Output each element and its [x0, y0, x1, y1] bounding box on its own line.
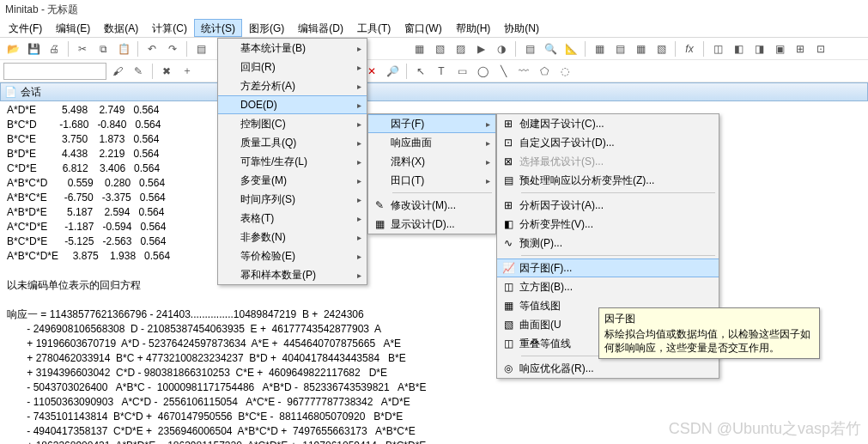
input-box[interactable] [3, 63, 106, 80]
plus-icon[interactable]: ＋ [178, 62, 197, 81]
btn-icon[interactable]: ▦ [590, 40, 609, 58]
text-icon[interactable]: T [432, 62, 451, 81]
predict-icon: ∿ [497, 237, 519, 249]
mi-basic-stats[interactable]: 基本统计量(B) [218, 39, 367, 58]
mi-taguchi[interactable]: 田口(T) [368, 171, 495, 190]
marker-icon[interactable]: ◌ [555, 62, 574, 81]
watermark: CSDN @Ubuntu之vasp若竹 [669, 418, 861, 439]
preprocess-icon: ▤ [497, 174, 519, 186]
mi-define-factorial[interactable]: ⊡自定义因子设计(D)... [497, 133, 719, 152]
save-icon[interactable]: 💾 [24, 40, 43, 58]
mi-control-charts[interactable]: 控制图(C) [218, 114, 367, 133]
mi-analyze-variability[interactable]: ◧分析变异性(V)... [497, 215, 719, 234]
print-icon[interactable]: 🖨 [45, 40, 64, 58]
redo-icon[interactable]: ↷ [163, 40, 182, 58]
menu-tools[interactable]: 工具(T) [350, 19, 398, 37]
polygon-icon[interactable]: ⬠ [535, 62, 554, 81]
open-icon[interactable]: 📂 [3, 40, 22, 58]
polyline-icon[interactable]: 〰 [514, 62, 533, 81]
undo-icon[interactable]: ↶ [143, 40, 161, 58]
mi-time-series[interactable]: 时间序列(S) [218, 190, 367, 209]
pointer-icon[interactable]: ↖ [411, 62, 430, 81]
brush-icon[interactable]: 🖌 [108, 62, 127, 81]
separator [68, 41, 69, 57]
mi-predict[interactable]: ∿预测(P)... [497, 234, 719, 252]
line-icon[interactable]: ╲ [494, 62, 513, 81]
copy-icon[interactable]: ⧉ [94, 40, 112, 58]
menu-window[interactable]: 窗口(W) [398, 19, 448, 37]
mi-cube-plot[interactable]: ◫立方图(B)... [497, 277, 719, 296]
menu-graph[interactable]: 图形(G) [242, 19, 291, 37]
zoom-icon[interactable]: 🔍 [541, 40, 560, 58]
tooltip: 因子图 标绘拟合均值或数据均值，以检验这些因子如何影响响应，这些变量是否交互作用… [598, 307, 820, 359]
mi-quality-tools[interactable]: 质量工具(Q) [218, 133, 367, 152]
menu-data[interactable]: 数据(A) [97, 19, 145, 37]
sheet-icon[interactable]: ▤ [520, 40, 539, 58]
separator [521, 192, 715, 193]
btn-icon[interactable]: ◫ [708, 40, 727, 58]
search-icon[interactable]: 🔎 [383, 62, 402, 81]
ellipse-icon[interactable]: ◯ [473, 62, 492, 81]
menu-assist[interactable]: 协助(N) [497, 19, 546, 37]
mi-response-surface[interactable]: 响应曲面 [368, 133, 495, 152]
menu-file[interactable]: 文件(F) [2, 19, 49, 37]
btn-icon[interactable]: ▣ [770, 40, 789, 58]
separator [392, 192, 492, 193]
btn-icon[interactable]: ⊡ [811, 40, 830, 58]
mi-response-optimizer[interactable]: ◎响应优化器(R)... [497, 359, 719, 378]
contour-icon: ▦ [497, 300, 519, 312]
worksheet-icon[interactable]: ▤ [191, 40, 210, 58]
menu-editor[interactable]: 编辑器(D) [291, 19, 350, 37]
menu-bar: 文件(F) 编辑(E) 数据(A) 计算(C) 统计(S) 图形(G) 编辑器(… [0, 19, 868, 38]
play-icon[interactable]: ▶ [471, 40, 490, 58]
btn-icon[interactable]: ▨ [451, 40, 470, 58]
ruler-icon[interactable]: 📐 [561, 40, 580, 58]
btn-icon[interactable]: ◨ [750, 40, 768, 58]
edit-icon[interactable]: ✎ [129, 62, 148, 81]
menu-edit[interactable]: 编辑(E) [49, 19, 97, 37]
mi-create-factorial[interactable]: ⊞创建因子设计(C)... [497, 114, 719, 133]
btn-icon[interactable]: ▦ [631, 40, 650, 58]
mi-analyze-factorial[interactable]: ⊞分析因子设计(A)... [497, 196, 719, 215]
mi-modify-design[interactable]: ✎修改设计(M)... [368, 196, 495, 215]
mi-multivariate[interactable]: 多变量(M) [218, 171, 367, 190]
mi-factorial[interactable]: 因子(F) [368, 114, 495, 133]
mi-nonparametric[interactable]: 非参数(N) [218, 228, 367, 246]
define-icon: ⊡ [497, 137, 519, 149]
variability-icon: ◧ [497, 218, 519, 230]
mi-tables[interactable]: 表格(T) [218, 209, 367, 228]
mi-preprocess-response[interactable]: ▤预处理响应以分析变异性(Z)... [497, 171, 719, 190]
btn-icon[interactable]: ▤ [610, 40, 629, 58]
cut-icon[interactable]: ✂ [73, 40, 92, 58]
separator [406, 64, 407, 79]
btn-icon[interactable]: ▧ [652, 40, 671, 58]
display-icon: ▦ [368, 218, 391, 230]
mi-equivalence[interactable]: 等价检验(E) [218, 246, 367, 265]
btn-icon[interactable]: ▦ [410, 40, 428, 58]
mi-factor-plots[interactable]: 📈因子图(F)... [497, 258, 719, 277]
mi-mixture[interactable]: 混料(X) [368, 152, 495, 171]
menu-stat[interactable]: 统计(S) [194, 19, 242, 37]
mi-regression[interactable]: 回归(R) [218, 58, 367, 76]
menu-help[interactable]: 帮助(H) [449, 19, 498, 37]
btn-icon[interactable]: ▧ [430, 40, 449, 58]
mi-doe[interactable]: DOE(D) [218, 95, 367, 114]
mi-power-sample[interactable]: 幂和样本数量(P) [218, 265, 367, 284]
overlay-icon: ◫ [497, 338, 519, 350]
menu-calc[interactable]: 计算(C) [145, 19, 194, 37]
mi-display-design[interactable]: ▦显示设计(D)... [368, 215, 495, 234]
paste-icon[interactable]: 📋 [114, 40, 133, 58]
cancel-icon[interactable]: ✖ [157, 62, 176, 81]
surface-icon: ▧ [497, 319, 519, 331]
fx-icon[interactable]: fx [680, 40, 699, 58]
btn-icon[interactable]: ◧ [729, 40, 748, 58]
rect-icon[interactable]: ▭ [452, 62, 471, 81]
mi-reliability[interactable]: 可靠性/生存(L) [218, 152, 367, 171]
mi-select-optimal[interactable]: ⊠选择最优设计(S)... [497, 152, 719, 171]
create-icon: ⊞ [497, 118, 519, 130]
separator [137, 41, 138, 57]
toolbar-1: 📂 💾 🖨 ✂ ⧉ 📋 ↶ ↷ ▤ ↓ ↑ ▦ ▧ ▨ ▶ ◑ ▤ 🔍 📐 ▦ … [0, 38, 868, 60]
btn-icon[interactable]: ◑ [492, 40, 511, 58]
mi-anova[interactable]: 方差分析(A) [218, 76, 367, 95]
btn-icon[interactable]: ⊞ [791, 40, 810, 58]
